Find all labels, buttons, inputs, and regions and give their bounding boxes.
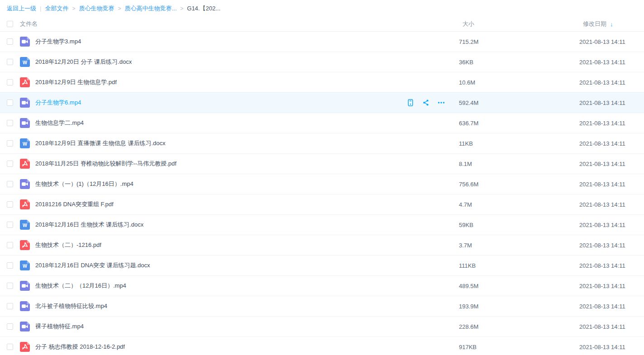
table-row[interactable]: W 分子生物学3.mp4 bbox=[0, 32, 644, 52]
row-checkbox[interactable] bbox=[7, 140, 13, 147]
video-file-icon bbox=[20, 179, 30, 189]
table-row[interactable]: W 分子 杨志伟教授 2018-12-16-2.pdf bbox=[0, 337, 644, 355]
table-row[interactable]: W 2018年11月25日 脊椎动物比较解剖学--马伟元教授.pdf bbox=[0, 154, 644, 174]
file-name[interactable]: 生物信息学二.mp4 bbox=[35, 119, 84, 127]
svg-text:W: W bbox=[23, 60, 27, 65]
row-checkbox[interactable] bbox=[7, 38, 13, 45]
share-button[interactable] bbox=[422, 99, 430, 107]
file-name[interactable]: 裸子植物特征.mp4 bbox=[35, 322, 84, 331]
file-size: 592.4M bbox=[459, 99, 478, 106]
file-date: 2021-08-13 14:11 bbox=[579, 201, 625, 208]
table-row[interactable]: W 2018年12月9日 直播微课 生物信息 课后练习.docx bbox=[0, 133, 644, 154]
file-date: 2021-08-13 14:11 bbox=[579, 59, 625, 66]
file-name[interactable]: 2018年12月20日 分子 课后练习.docx bbox=[35, 58, 132, 66]
file-name[interactable]: 分子 杨志伟教授 2018-12-16-2.pdf bbox=[35, 343, 125, 351]
row-checkbox[interactable] bbox=[7, 303, 13, 309]
file-size: 715.2M bbox=[459, 38, 478, 45]
file-name[interactable]: 2018年12月16日 DNA突变 课后练习题.docx bbox=[35, 261, 150, 270]
video-file-icon bbox=[20, 322, 30, 331]
row-checkbox[interactable] bbox=[7, 344, 13, 350]
table-row[interactable]: W 北斗被子植物特征比较.mp4 bbox=[0, 296, 644, 317]
more-icon bbox=[437, 99, 445, 106]
file-name[interactable]: 2018年11月25日 脊椎动物比较解剖学--马伟元教授.pdf bbox=[35, 160, 177, 168]
file-name[interactable]: 分子生物学6.mp4 bbox=[35, 99, 81, 107]
table-row[interactable]: W 分子生物学6.mp4 bbox=[0, 93, 644, 113]
row-hover-actions bbox=[405, 99, 459, 107]
file-name[interactable]: 20181216 DNA突变重组 F.pdf bbox=[35, 200, 114, 208]
table-row[interactable]: W 2018年12月16日 DNA突变 课后练习题.docx bbox=[0, 256, 644, 276]
svg-text:W: W bbox=[23, 141, 27, 147]
breadcrumb-separator: > bbox=[180, 5, 183, 12]
file-date: 2021-08-13 14:11 bbox=[579, 38, 625, 45]
row-checkbox[interactable] bbox=[7, 120, 13, 126]
video-file-icon bbox=[20, 118, 30, 128]
file-size: 917KB bbox=[459, 344, 477, 350]
breadcrumb-item-all-files[interactable]: 全部文件 bbox=[45, 5, 68, 13]
file-name[interactable]: 2018年12月9日 直播微课 生物信息 课后练习.docx bbox=[35, 139, 166, 147]
save-to-device-button[interactable] bbox=[406, 99, 415, 107]
file-date: 2021-08-13 14:11 bbox=[579, 344, 625, 350]
file-name[interactable]: 生物技术（一）(1)（12月16日）.mp4 bbox=[35, 180, 134, 188]
file-date: 2021-08-13 14:11 bbox=[579, 283, 625, 289]
file-size: 111KB bbox=[459, 262, 476, 269]
file-name[interactable]: 北斗被子植物特征比较.mp4 bbox=[35, 302, 107, 310]
select-all-checkbox[interactable] bbox=[7, 21, 13, 27]
breadcrumb-current: G14.【202... bbox=[187, 5, 220, 13]
row-checkbox[interactable] bbox=[7, 79, 13, 85]
file-name[interactable]: 2018年12月9日 生物信息学.pdf bbox=[35, 78, 117, 86]
row-checkbox[interactable] bbox=[7, 181, 13, 187]
file-size: 228.6M bbox=[459, 323, 478, 330]
file-size: 636.7M bbox=[459, 120, 478, 127]
table-row[interactable]: W 2018年12月9日 生物信息学.pdf bbox=[0, 72, 644, 93]
file-name[interactable]: 生物技术（二）-1216.pdf bbox=[35, 241, 101, 249]
row-checkbox[interactable] bbox=[7, 222, 13, 228]
file-size: 11KB bbox=[459, 140, 473, 147]
file-name[interactable]: 分子生物学3.mp4 bbox=[35, 38, 81, 46]
sort-desc-icon[interactable]: ↓ bbox=[610, 21, 613, 28]
table-row[interactable]: W 2018年12月20日 分子 课后练习.docx bbox=[0, 52, 644, 72]
table-row[interactable]: W 生物技术（一）(1)（12月16日）.mp4 bbox=[0, 174, 644, 194]
breadcrumb-divider: | bbox=[40, 5, 41, 12]
file-size: 10.6M bbox=[459, 79, 475, 86]
table-row[interactable]: W 20181216 DNA突变重组 F.pdf bbox=[0, 194, 644, 215]
file-date: 2021-08-13 14:11 bbox=[579, 140, 625, 147]
video-file-icon bbox=[20, 98, 30, 108]
word-file-icon: W bbox=[20, 220, 30, 230]
table-row[interactable]: W 裸子植物特征.mp4 bbox=[0, 317, 644, 337]
file-date: 2021-08-13 14:11 bbox=[579, 222, 625, 228]
save-to-device-icon bbox=[407, 99, 414, 106]
file-date: 2021-08-13 14:11 bbox=[579, 242, 625, 249]
file-date: 2021-08-13 14:11 bbox=[579, 99, 625, 106]
row-checkbox[interactable] bbox=[7, 323, 13, 330]
file-size: 8.1M bbox=[459, 161, 472, 167]
table-row[interactable]: W 生物技术（二）（12月16日）.mp4 bbox=[0, 276, 644, 296]
file-date: 2021-08-13 14:11 bbox=[579, 262, 625, 269]
column-header-name: 文件名 bbox=[20, 20, 38, 28]
file-size: 193.9M bbox=[459, 303, 478, 310]
pdf-file-icon bbox=[20, 77, 30, 87]
file-size: 4.7M bbox=[459, 201, 472, 208]
file-name[interactable]: 生物技术（二）（12月16日）.mp4 bbox=[35, 282, 126, 290]
breadcrumb-item-folder-1[interactable]: 质心生物竞赛 bbox=[79, 5, 114, 13]
row-checkbox[interactable] bbox=[7, 59, 13, 65]
table-row[interactable]: W 生物信息学二.mp4 bbox=[0, 113, 644, 133]
row-checkbox[interactable] bbox=[7, 262, 13, 269]
table-row[interactable]: W 生物技术（二）-1216.pdf bbox=[0, 235, 644, 256]
more-button[interactable] bbox=[437, 99, 445, 107]
word-file-icon: W bbox=[20, 57, 30, 67]
row-checkbox[interactable] bbox=[7, 201, 13, 208]
file-name[interactable]: 2018年12月16日 生物技术 课后练习.docx bbox=[35, 221, 143, 229]
row-checkbox[interactable] bbox=[7, 161, 13, 167]
row-checkbox[interactable] bbox=[7, 242, 13, 248]
video-file-icon bbox=[20, 281, 30, 291]
table-row[interactable]: W 2018年12月16日 生物技术 课后练习.docx bbox=[0, 215, 644, 235]
video-file-icon bbox=[20, 301, 30, 311]
row-checkbox[interactable] bbox=[7, 283, 13, 289]
file-size: 489.5M bbox=[459, 283, 478, 289]
breadcrumb-item-folder-2[interactable]: 质心高中生物竞赛... bbox=[124, 5, 177, 13]
file-date: 2021-08-13 14:11 bbox=[579, 181, 625, 188]
breadcrumb-back-link[interactable]: 返回上一级 bbox=[7, 5, 36, 13]
word-file-icon: W bbox=[20, 138, 30, 148]
column-header-date[interactable]: 修改日期 bbox=[583, 20, 606, 28]
row-checkbox[interactable] bbox=[7, 99, 13, 106]
